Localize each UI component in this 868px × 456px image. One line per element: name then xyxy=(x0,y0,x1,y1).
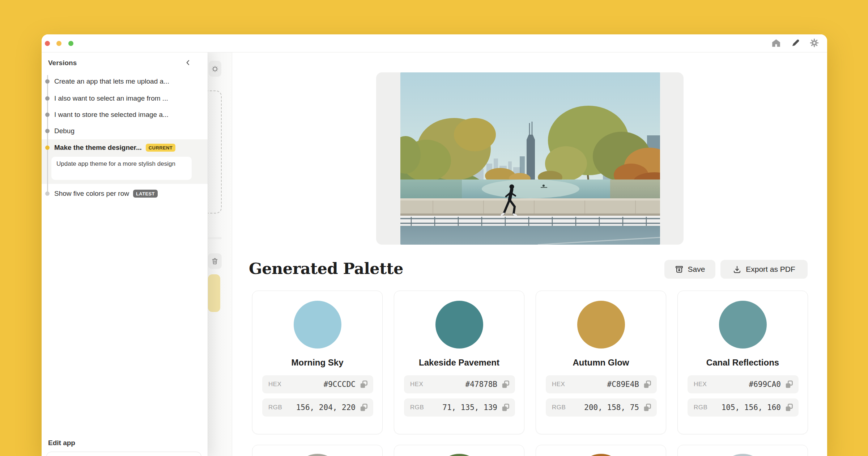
version-badge: CURRENT xyxy=(146,144,175,152)
version-item[interactable]: Make the theme designer... CURRENT xyxy=(42,139,208,156)
version-item[interactable]: I also want to select an image from ... xyxy=(42,90,208,107)
main-canvas: Generated Palette Save Export as PDF xyxy=(232,52,827,456)
home-icon[interactable] xyxy=(771,38,781,48)
app-window: Generated Palette Save Export as PDF xyxy=(42,34,827,456)
theme-color-block xyxy=(208,274,220,312)
copy-icon[interactable] xyxy=(501,380,510,389)
color-name: Canal Reflections xyxy=(678,358,808,368)
version-item[interactable]: Debug xyxy=(42,123,208,139)
archive-save-icon xyxy=(675,265,684,274)
app-settings-button[interactable] xyxy=(209,61,221,77)
download-icon xyxy=(733,265,741,274)
color-name: Morning Sky xyxy=(252,358,382,368)
versions-panel: Versions Create an app that lets me uplo… xyxy=(42,52,208,456)
color-swatch xyxy=(577,301,625,349)
versions-panel-title: Versions xyxy=(48,59,77,67)
palette-card-grid-next-row xyxy=(252,445,808,456)
color-swatch xyxy=(435,301,483,349)
delete-image-button[interactable] xyxy=(208,253,222,269)
close-window-button[interactable] xyxy=(45,41,50,46)
hex-value: #9CCCDC xyxy=(281,380,359,389)
palette-card: Lakeside Pavement HEX #47878B RGB 71, 13… xyxy=(394,291,524,434)
color-swatch xyxy=(294,454,341,456)
version-dot xyxy=(45,79,50,84)
app-sidebar-sliver xyxy=(208,52,232,456)
palette-card xyxy=(677,445,808,456)
hex-row: HEX #C89E4B xyxy=(546,375,657,393)
version-dot xyxy=(45,96,50,101)
copy-icon[interactable] xyxy=(359,380,369,389)
version-dot xyxy=(45,191,50,196)
palette-card xyxy=(252,445,383,456)
version-label: I also want to select an image from ... xyxy=(54,94,168,102)
hidden-element-edge xyxy=(208,237,222,239)
version-label: Show five colors per row xyxy=(54,190,129,198)
copy-icon[interactable] xyxy=(784,380,794,389)
edit-app-label: Edit app xyxy=(48,439,75,447)
trash-icon xyxy=(211,257,218,265)
color-swatch xyxy=(577,454,625,456)
rgb-value: 200, 158, 75 xyxy=(566,403,643,412)
save-button[interactable]: Save xyxy=(664,260,715,279)
rgb-value: 156, 204, 220 xyxy=(282,403,359,412)
version-item[interactable]: I want to store the selected image a... xyxy=(42,106,208,123)
version-item[interactable]: Show five colors per row LATEST xyxy=(42,185,208,202)
copy-icon[interactable] xyxy=(643,380,652,389)
version-dot xyxy=(45,129,50,133)
edit-app-input[interactable] xyxy=(46,452,201,456)
hex-label: HEX xyxy=(552,381,565,388)
copy-icon[interactable] xyxy=(359,403,369,412)
rgb-row: RGB 200, 158, 75 xyxy=(546,398,657,417)
color-swatch xyxy=(719,454,767,456)
hex-value: #C89E4B xyxy=(565,380,643,389)
version-badge: LATEST xyxy=(133,190,158,198)
gear-icon xyxy=(211,65,219,73)
rgb-row: RGB 105, 156, 160 xyxy=(688,398,799,417)
minimize-window-button[interactable] xyxy=(56,41,61,46)
copy-icon[interactable] xyxy=(784,403,794,412)
color-name: Lakeside Pavement xyxy=(394,358,524,368)
color-swatch xyxy=(294,301,341,349)
palette-card: Canal Reflections HEX #699CA0 RGB 105, 1… xyxy=(677,291,808,434)
version-dot xyxy=(45,113,50,117)
version-label: Debug xyxy=(54,127,75,135)
page-title: Generated Palette xyxy=(249,259,403,278)
color-swatch xyxy=(435,454,483,456)
palette-card: Morning Sky HEX #9CCCDC RGB 156, 204, 22… xyxy=(252,291,383,434)
version-dot xyxy=(45,145,50,150)
rgb-row: RGB 71, 135, 139 xyxy=(404,398,515,417)
save-button-label: Save xyxy=(688,265,705,274)
zoom-window-button[interactable] xyxy=(68,41,73,46)
hex-row: HEX #47878B xyxy=(404,375,515,393)
hex-row: HEX #9CCCDC xyxy=(262,375,373,393)
version-label: I want to store the selected image a... xyxy=(54,111,169,119)
version-label: Create an app that lets me upload a... xyxy=(54,77,169,85)
gear-icon[interactable] xyxy=(809,38,819,48)
rgb-label: RGB xyxy=(268,404,282,411)
version-item[interactable]: Create an app that lets me upload a... xyxy=(42,73,208,90)
rgb-label: RGB xyxy=(552,404,566,411)
version-label: Make the theme designer... xyxy=(54,144,142,152)
titlebar xyxy=(42,34,827,52)
hex-value: #47878B xyxy=(423,380,501,389)
palette-card-grid: Morning Sky HEX #9CCCDC RGB 156, 204, 22… xyxy=(252,291,808,434)
palette-card xyxy=(536,445,666,456)
color-name: Autumn Glow xyxy=(536,358,666,368)
hex-label: HEX xyxy=(410,381,423,388)
version-note: Update app theme for a more stylish desi… xyxy=(51,157,192,180)
copy-icon[interactable] xyxy=(643,403,652,412)
palette-card xyxy=(394,445,524,456)
rgb-value: 71, 135, 139 xyxy=(424,403,501,412)
hex-value: #699CA0 xyxy=(707,380,784,389)
export-pdf-button[interactable]: Export as PDF xyxy=(720,260,808,279)
rgb-label: RGB xyxy=(410,404,424,411)
uploaded-photo xyxy=(400,72,660,245)
copy-icon[interactable] xyxy=(501,403,510,412)
titlebar-actions xyxy=(771,38,819,48)
hex-label: HEX xyxy=(694,381,707,388)
palette-card: Autumn Glow HEX #C89E4B RGB 200, 158, 75 xyxy=(536,291,666,434)
color-swatch xyxy=(719,301,767,349)
rgb-row: RGB 156, 204, 220 xyxy=(262,398,373,417)
chevron-left-icon[interactable] xyxy=(184,58,192,67)
pencil-icon[interactable] xyxy=(790,38,800,48)
